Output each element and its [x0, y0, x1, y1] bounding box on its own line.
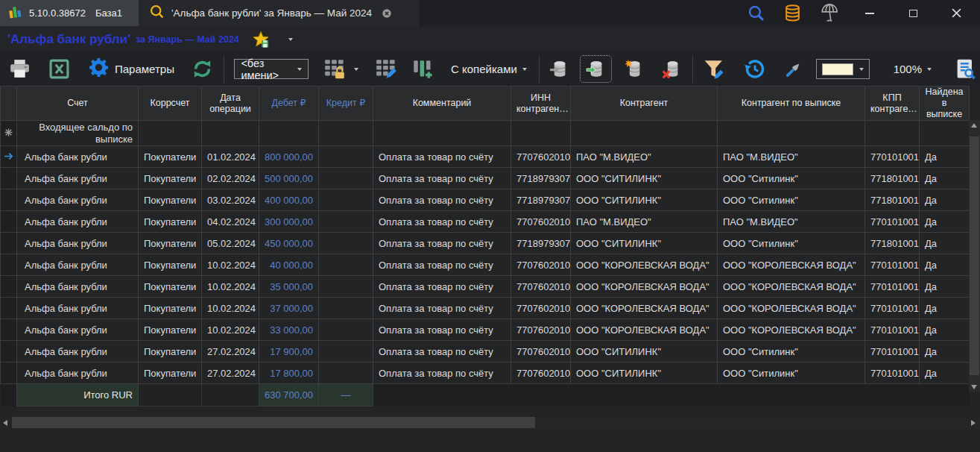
cell-date[interactable]: 01.02.2024 — [202, 146, 259, 168]
preset-combobox[interactable]: <без имени> — [234, 59, 309, 79]
excel-export-button[interactable] — [45, 57, 73, 81]
column-lock-caret[interactable] — [354, 68, 358, 71]
cell-found[interactable]: Да — [920, 211, 970, 233]
cell-contractor[interactable]: ООО "КОРОЛЕВСКАЯ ВОДА" — [571, 319, 718, 341]
cell-account[interactable]: Альфа банк рубли — [17, 233, 139, 254]
column-header[interactable]: Дата операции — [202, 87, 259, 121]
cell-credit[interactable] — [319, 233, 373, 254]
cell-date[interactable]: 10.02.2024 — [202, 276, 259, 298]
cell-credit[interactable] — [319, 211, 373, 233]
refresh-button[interactable] — [187, 56, 218, 82]
cell-contractor-statement[interactable]: ООО "КОРОЛЕВСКАЯ ВОДА" — [718, 319, 865, 341]
cell-found[interactable]: Да — [920, 189, 970, 211]
cell-contractor[interactable]: ООО "СИТИЛИНК" — [571, 233, 718, 254]
cell-credit[interactable] — [319, 189, 373, 211]
cell-comment[interactable]: Оплата за товар по счёту — [373, 319, 511, 341]
cell-account[interactable]: Альфа банк рубли — [17, 211, 139, 233]
cell-account[interactable]: Альфа банк рубли — [17, 168, 139, 189]
cell-corr-account[interactable]: Покупатели — [139, 189, 202, 211]
cell-corr-account[interactable]: Покупатели — [139, 276, 202, 298]
horizontal-scrollbar[interactable] — [0, 416, 980, 430]
cell-inn[interactable]: 7707602010 — [511, 254, 571, 276]
cell-contractor[interactable]: ООО "КОРОЛЕВСКАЯ ВОДА" — [571, 276, 718, 298]
db-new-button[interactable] — [619, 57, 648, 81]
cell-debit[interactable]: 450 000,00 — [259, 233, 319, 254]
cell-contractor[interactable]: ООО "КОРОЛЕВСКАЯ ВОДА" — [571, 298, 718, 319]
cell-comment[interactable]: Оплата за товар по счёту — [373, 341, 511, 362]
saldo-row[interactable]: Входящее сальдо по выписке — [1, 121, 970, 146]
cell-corr-account[interactable]: Покупатели — [139, 168, 202, 189]
cell-inn[interactable]: 7707602010 — [511, 276, 571, 298]
cell-contractor[interactable]: ПАО "М.ВИДЕО" — [571, 146, 718, 168]
cell-account[interactable]: Альфа банк рубли — [17, 298, 139, 319]
cell-corr-account[interactable]: Покупатели — [139, 362, 202, 384]
table-row[interactable]: Альфа банк рублиПокупатели10.02.202435 0… — [1, 276, 970, 298]
scroll-right-icon[interactable] — [971, 420, 976, 426]
cell-inn[interactable]: 7718979307 — [511, 233, 571, 254]
column-edit-button[interactable] — [372, 57, 401, 81]
cell-credit[interactable] — [319, 298, 373, 319]
cell-kpp[interactable]: 770101001 — [865, 146, 920, 168]
cell-found[interactable]: Да — [920, 276, 970, 298]
cell-date[interactable]: 27.02.2024 — [202, 341, 259, 362]
cell-contractor-statement[interactable]: ООО "КОРОЛЕВСКАЯ ВОДА" — [718, 298, 865, 319]
cell-comment[interactable]: Оплата за товар по счёту — [373, 189, 511, 211]
cell-credit[interactable] — [319, 341, 373, 362]
table-row[interactable]: Альфа банк рублиПокупатели05.02.2024450 … — [1, 233, 970, 254]
cell-comment[interactable]: Оплата за товар по счёту — [373, 362, 511, 384]
table-row[interactable]: Альфа банк рублиПокупатели02.02.2024500 … — [1, 168, 970, 189]
favorite-dropdown-caret[interactable] — [288, 38, 293, 41]
cell-comment[interactable]: Оплата за товар по счёту — [373, 298, 511, 319]
cell-corr-account[interactable]: Покупатели — [139, 298, 202, 319]
table-row[interactable]: Альфа банк рублиПокупатели27.02.202417 9… — [1, 341, 970, 362]
cell-contractor-statement[interactable]: ПАО "М.ВИДЕО" — [718, 211, 865, 233]
cell-contractor-statement[interactable]: ООО "КОРОЛЕВСКАЯ ВОДА" — [718, 276, 865, 298]
cell-date[interactable]: 02.02.2024 — [202, 168, 259, 189]
tab-close-icon[interactable] — [382, 8, 392, 19]
cell-comment[interactable]: Оплата за товар по счёту — [373, 233, 511, 254]
cell-found[interactable]: Да — [920, 168, 970, 189]
column-header[interactable]: Кредит ₽ — [319, 87, 373, 121]
db-copy-button[interactable] — [545, 57, 574, 81]
column-header[interactable]: Комментарий — [373, 87, 511, 121]
table-row[interactable]: Альфа банк рублиПокупатели03.02.2024400 … — [1, 189, 970, 211]
cell-corr-account[interactable]: Покупатели — [139, 233, 202, 254]
cell-debit[interactable]: 800 000,00 — [259, 146, 319, 168]
cell-credit[interactable] — [319, 254, 373, 276]
cell-inn[interactable]: 7707602010 — [511, 319, 571, 341]
cell-contractor[interactable]: ПАО "М.ВИДЕО" — [571, 211, 718, 233]
maximize-button[interactable] — [897, 0, 929, 26]
zoom-dropdown[interactable]: 100% — [888, 63, 938, 75]
cell-contractor-statement[interactable]: ООО "Ситилинк" — [718, 189, 865, 211]
scroll-left-icon[interactable] — [3, 420, 7, 426]
cell-debit[interactable]: 35 000,00 — [259, 276, 319, 298]
cell-account[interactable]: Альфа банк рубли — [17, 341, 139, 362]
cell-debit[interactable]: 33 000,00 — [259, 319, 319, 341]
cell-account[interactable]: Альфа банк рубли — [17, 319, 139, 341]
cell-contractor-statement[interactable]: ООО "Ситилинк" — [718, 168, 865, 189]
cell-debit[interactable]: 17 900,00 — [259, 341, 319, 362]
vertical-scroll-thumb[interactable] — [970, 136, 979, 375]
form-editor-button[interactable] — [951, 56, 980, 82]
cell-comment[interactable]: Оплата за товар по счёту — [373, 211, 511, 233]
cell-contractor[interactable]: ООО "СИТИЛИНК" — [571, 341, 718, 362]
cell-kpp[interactable]: 771801001 — [865, 233, 920, 254]
cell-kpp[interactable]: 771801001 — [865, 189, 920, 211]
cell-credit[interactable] — [319, 168, 373, 189]
cell-found[interactable]: Да — [920, 341, 970, 362]
cell-corr-account[interactable]: Покупатели — [139, 146, 202, 168]
cell-contractor[interactable]: ООО "СИТИЛИНК" — [571, 189, 718, 211]
cell-inn[interactable]: 7707602010 — [511, 298, 571, 319]
cell-date[interactable]: 10.02.2024 — [202, 319, 259, 341]
document-tab[interactable]: 'Альфа банк рубли' за Январь — Май 2024 — [139, 0, 419, 26]
column-header[interactable]: КПП контраге… — [865, 87, 920, 121]
cell-contractor-statement[interactable]: ООО "Ситилинк" — [718, 233, 865, 254]
horizontal-scroll-thumb[interactable] — [12, 417, 535, 428]
cell-comment[interactable]: Оплата за товар по счёту — [373, 254, 511, 276]
cell-kpp[interactable]: 770101001 — [865, 276, 920, 298]
cell-comment[interactable]: Оплата за товар по счёту — [373, 276, 511, 298]
cell-found[interactable]: Да — [920, 298, 970, 319]
cell-contractor-statement[interactable]: ООО "Ситилинк" — [718, 362, 865, 384]
cell-kpp[interactable]: 770101001 — [865, 341, 920, 362]
cell-date[interactable]: 10.02.2024 — [202, 298, 259, 319]
